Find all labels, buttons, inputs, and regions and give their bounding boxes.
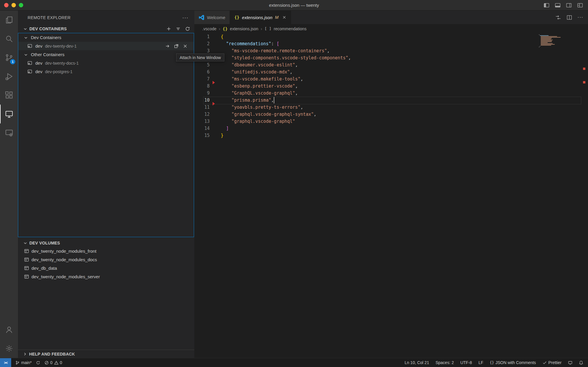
line-number[interactable]: 7 <box>194 76 210 83</box>
line-number[interactable]: 5 <box>194 61 210 68</box>
section-dev-volumes-header[interactable]: DEV VOLUMES <box>18 239 194 247</box>
close-tab-icon[interactable] <box>282 15 286 19</box>
close-window-button[interactable] <box>4 3 9 7</box>
row-actions <box>165 44 194 48</box>
tab-welcome[interactable]: Welcome <box>194 11 230 24</box>
git-branch-item[interactable]: main* <box>15 360 32 365</box>
toggle-secondary-sidebar-icon[interactable] <box>566 2 572 9</box>
split-editor-icon[interactable] <box>566 14 572 21</box>
open-changes-icon[interactable] <box>555 14 561 21</box>
remote-explorer-icon[interactable] <box>0 105 18 123</box>
code-line[interactable]: 12 "graphql.vscode-graphql-syntax", <box>194 111 588 118</box>
vscode-window: extensions.json — twenty <box>0 0 588 367</box>
notifications-bell-icon[interactable] <box>579 361 583 365</box>
toggle-panel-icon[interactable] <box>554 2 561 9</box>
tree-group-dev-containers[interactable]: Dev Containers <box>18 33 194 42</box>
git-deleted-lines-marker[interactable] <box>213 102 215 105</box>
source-control-icon[interactable]: 1 <box>0 48 18 67</box>
toggle-primary-sidebar-icon[interactable] <box>543 2 550 9</box>
remote-explorer-sidebar: REMOTE EXPLORER ··· DEV CONTAINERS <box>18 11 194 358</box>
code-line[interactable]: 1{ <box>194 33 588 40</box>
code-line[interactable]: 11 "yoavbls.pretty-ts-errors", <box>194 104 588 111</box>
line-number[interactable]: 10 <box>194 97 210 104</box>
code-line[interactable]: 3 "ms-vscode-remote.remote-containers", <box>194 47 588 54</box>
run-debug-icon[interactable] <box>0 67 18 86</box>
git-deleted-lines-marker[interactable] <box>213 81 215 84</box>
formatter-item[interactable]: Prettier <box>542 360 562 365</box>
container-tools-icon[interactable] <box>0 123 18 142</box>
line-content: { <box>221 33 223 40</box>
line-number[interactable]: 9 <box>194 90 210 97</box>
line-content: "GraphQL.vscode-graphql", <box>221 90 298 97</box>
section-dev-containers-header[interactable]: DEV CONTAINERS <box>18 25 194 33</box>
indentation-item[interactable]: Spaces: 2 <box>435 360 454 365</box>
code-line[interactable]: 13 "graphql.vscode-graphql" <box>194 118 588 125</box>
volume-item[interactable]: dev_db_data <box>18 264 194 272</box>
line-number[interactable]: 13 <box>194 118 210 125</box>
cursor-position-item[interactable]: Ln 10, Col 21 <box>405 360 429 365</box>
workbench: 1 REMOTE EXPLORER <box>0 11 588 358</box>
remote-indicator[interactable]: >< <box>0 358 11 367</box>
new-container-plus-icon[interactable] <box>166 26 171 31</box>
minimap-line <box>541 42 548 43</box>
line-number[interactable]: 1 <box>194 33 210 40</box>
volume-item[interactable]: dev_twenty_node_modules_front <box>18 247 194 255</box>
sidebar-more-actions-icon[interactable]: ··· <box>182 16 188 19</box>
code-line[interactable]: 14 ] <box>194 125 588 132</box>
section-help-feedback-header[interactable]: HELP AND FEEDBACK <box>18 350 194 358</box>
sync-changes-item[interactable] <box>36 361 40 365</box>
code-line[interactable]: 4 "styled-components.vscode-styled-compo… <box>194 54 588 61</box>
line-content: "esbenp.prettier-vscode", <box>221 83 298 90</box>
volume-item[interactable]: dev_twenty_node_modules_docs <box>18 255 194 264</box>
explorer-icon[interactable] <box>0 11 18 29</box>
breadcrumb-symbol[interactable]: recommendations <box>274 26 306 31</box>
minimap-line <box>541 38 552 38</box>
customize-layout-icon[interactable] <box>577 2 583 9</box>
line-number[interactable]: 11 <box>194 104 210 111</box>
filter-list-icon[interactable] <box>176 26 181 31</box>
encoding-item[interactable]: UTF-8 <box>460 360 472 365</box>
code-line[interactable]: 5 "dbaeumer.vscode-eslint", <box>194 61 588 68</box>
eol-item[interactable]: LF <box>478 360 483 365</box>
code-editor[interactable]: 1{2 "recommendations": [3 "ms-vscode-rem… <box>194 33 588 358</box>
code-line[interactable]: 6 "unifiedjs.vscode-mdx", <box>194 68 588 76</box>
accounts-icon[interactable] <box>0 320 18 339</box>
line-number[interactable]: 6 <box>194 68 210 76</box>
code-line[interactable]: 9 "GraphQL.vscode-graphql", <box>194 90 588 97</box>
tree-item-dev-postgres-1[interactable]: dev dev-postgres-1 <box>18 67 194 76</box>
tree-item-dev-twenty-dev-1[interactable]: dev dev-twenty-dev-1 <box>18 42 194 50</box>
code-line[interactable]: 7 "ms-vscode.makefile-tools", <box>194 76 588 83</box>
attach-to-container-icon[interactable] <box>165 44 170 48</box>
language-mode-item[interactable]: {} JSON with Comments <box>490 360 536 365</box>
minimap[interactable] <box>539 34 560 48</box>
problems-item[interactable]: 0 0 <box>44 360 62 365</box>
line-number[interactable]: 8 <box>194 83 210 90</box>
code-line[interactable]: 2 "recommendations": [ <box>194 40 588 47</box>
attach-in-new-window-icon[interactable] <box>174 44 179 48</box>
line-number[interactable]: 12 <box>194 111 210 118</box>
fullscreen-window-button[interactable] <box>19 3 23 7</box>
code-line[interactable]: 8 "esbenp.prettier-vscode", <box>194 83 588 90</box>
volume-item[interactable]: dev_twenty_node_modules_server <box>18 272 194 281</box>
refresh-icon[interactable] <box>185 26 190 31</box>
stop-container-close-icon[interactable] <box>183 44 188 48</box>
search-icon[interactable] <box>0 29 18 48</box>
extensions-icon[interactable] <box>0 86 18 105</box>
vscode-logo-icon <box>199 15 204 20</box>
remote-window-icon[interactable] <box>568 361 572 365</box>
titlebar[interactable]: extensions.json — twenty <box>0 0 588 11</box>
line-number[interactable]: 2 <box>194 40 210 47</box>
tab-extensions-json[interactable]: {} extensions.json M <box>230 11 291 24</box>
code-line[interactable]: 15} <box>194 132 588 139</box>
tree-group-other-containers[interactable]: Other Containers <box>18 50 194 59</box>
editor-actions: ··· <box>555 11 588 24</box>
settings-gear-icon[interactable] <box>0 339 18 358</box>
line-number[interactable]: 14 <box>194 125 210 132</box>
more-actions-icon[interactable]: ··· <box>577 16 583 19</box>
code-line[interactable]: 10 "prisma.prisma", <box>194 97 588 104</box>
breadcrumb-file[interactable]: extensions.json <box>230 26 258 31</box>
tree-item-dev-twenty-docs-1[interactable]: dev dev-twenty-docs-1 <box>18 59 194 67</box>
minimize-window-button[interactable] <box>11 3 16 7</box>
breadcrumb-folder[interactable]: .vscode <box>202 26 216 31</box>
line-number[interactable]: 15 <box>194 132 210 139</box>
